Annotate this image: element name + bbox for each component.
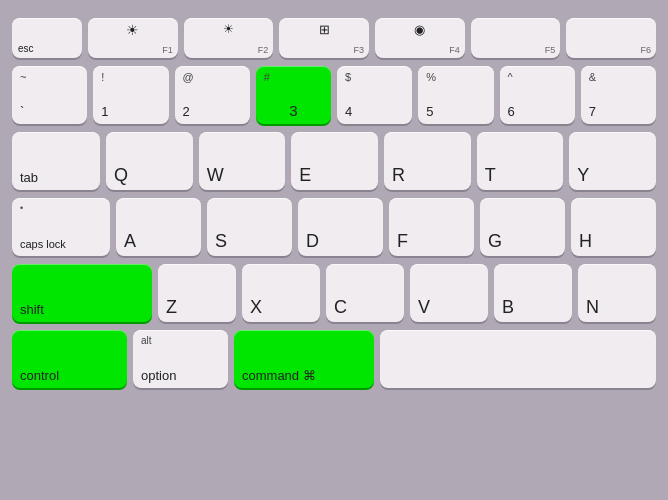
- key-shift-left[interactable]: shift: [12, 264, 152, 322]
- key-z[interactable]: Z: [158, 264, 236, 322]
- key-n[interactable]: N: [578, 264, 656, 322]
- key-space[interactable]: [380, 330, 656, 388]
- key-f6[interactable]: F6: [566, 18, 656, 58]
- key-tilde[interactable]: ~ `: [12, 66, 87, 124]
- key-v[interactable]: V: [410, 264, 488, 322]
- key-b[interactable]: B: [494, 264, 572, 322]
- key-esc[interactable]: esc: [12, 18, 82, 58]
- key-f1[interactable]: ☀ F1: [88, 18, 178, 58]
- key-6[interactable]: ^ 6: [500, 66, 575, 124]
- key-f4[interactable]: ◉ F4: [375, 18, 465, 58]
- asdf-row: • caps lock A S D F G H: [12, 198, 656, 256]
- key-a[interactable]: A: [116, 198, 201, 256]
- key-5[interactable]: % 5: [418, 66, 493, 124]
- key-q[interactable]: Q: [106, 132, 193, 190]
- key-r[interactable]: R: [384, 132, 471, 190]
- key-2[interactable]: @ 2: [175, 66, 250, 124]
- zxcv-row: shift Z X C V B N: [12, 264, 656, 322]
- key-capslock[interactable]: • caps lock: [12, 198, 110, 256]
- fn-row: esc ☀ F1 ☀ F2 ⊞ F3 ◉ F4 F5 F6: [12, 18, 656, 58]
- key-4[interactable]: $ 4: [337, 66, 412, 124]
- key-s[interactable]: S: [207, 198, 292, 256]
- key-7[interactable]: & 7: [581, 66, 656, 124]
- key-y[interactable]: Y: [569, 132, 656, 190]
- key-t[interactable]: T: [477, 132, 564, 190]
- key-g[interactable]: G: [480, 198, 565, 256]
- key-h[interactable]: H: [571, 198, 656, 256]
- key-tilde-main: `: [20, 105, 79, 118]
- key-w[interactable]: W: [199, 132, 286, 190]
- key-f3[interactable]: ⊞ F3: [279, 18, 369, 58]
- key-command[interactable]: command ⌘: [234, 330, 374, 388]
- key-esc-label: esc: [18, 44, 76, 54]
- key-f2[interactable]: ☀ F2: [184, 18, 274, 58]
- key-c[interactable]: C: [326, 264, 404, 322]
- key-f5[interactable]: F5: [471, 18, 561, 58]
- key-e[interactable]: E: [291, 132, 378, 190]
- key-1[interactable]: ! 1: [93, 66, 168, 124]
- key-x[interactable]: X: [242, 264, 320, 322]
- number-row: ~ ` ! 1 @ 2 # 3 $ 4 % 5 ^ 6 & 7: [12, 66, 656, 124]
- key-3[interactable]: # 3: [256, 66, 331, 124]
- key-control[interactable]: control: [12, 330, 127, 388]
- key-tilde-top: ~: [20, 71, 26, 83]
- bottom-row: control alt option command ⌘: [12, 330, 656, 388]
- qwerty-row: tab Q W E R T Y: [12, 132, 656, 190]
- key-d[interactable]: D: [298, 198, 383, 256]
- key-f[interactable]: F: [389, 198, 474, 256]
- keyboard: esc ☀ F1 ☀ F2 ⊞ F3 ◉ F4 F5 F6 ~ `: [0, 0, 668, 500]
- key-tab[interactable]: tab: [12, 132, 100, 190]
- key-option[interactable]: alt option: [133, 330, 228, 388]
